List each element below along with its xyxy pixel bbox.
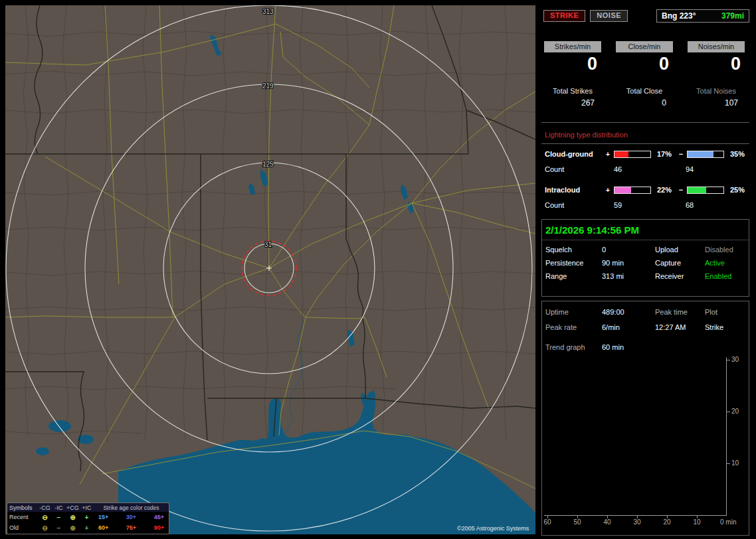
total-noises-value: 107 (688, 98, 745, 108)
count-label: Count (545, 165, 564, 173)
plot-value: Strike (705, 323, 749, 331)
strike-button[interactable]: STRIKE (543, 10, 585, 22)
legend-old-label: Old (7, 524, 38, 531)
uptime-label: Uptime (545, 308, 602, 316)
legend-symbols-header: Symbols (7, 504, 38, 511)
receiver-info-box: 2/1/2026 9:14:56 PM Squelch 0 Upload Dis… (541, 219, 749, 297)
minus-sign: − (676, 186, 686, 194)
capture-status: Active (705, 259, 749, 267)
pos-cg-old-icon: ⊕ (66, 524, 80, 532)
ic-plus-bar-fill (614, 187, 631, 193)
bearing-value: Bng 223° (662, 11, 696, 21)
strikes-per-min-label: Strikes/min (544, 41, 601, 52)
stats-row-trend: Trend graph 60 min (542, 341, 749, 353)
persistence-label: Persistence (545, 259, 602, 267)
persistence-value: 90 min (602, 259, 655, 267)
intracloud-row: Intracloud + 22% − 25% (545, 185, 749, 194)
x-tick-label: 20 (661, 518, 673, 526)
ic-minus-bar (687, 187, 724, 194)
plus-sign: + (603, 150, 613, 158)
cloud-ground-count-row: Count 46 94 (541, 165, 751, 174)
age-60: 60+ (98, 524, 108, 531)
minus-sign: − (676, 150, 686, 158)
trend-graph-value: 60 min (602, 343, 655, 351)
controls-row: STRIKE NOISE Bng 223° 379mi (543, 9, 749, 23)
y-tick (727, 360, 730, 360)
legend-col-pos-cg: +CG (66, 504, 80, 511)
settings-row-squelch: Squelch 0 Upload Disabled (542, 243, 749, 256)
legend-age-header: Strike age color codes (94, 504, 169, 511)
neg-cg-recent-icon: ⊖ (38, 514, 52, 521)
datetime-display: 2/1/2026 9:14:56 PM (542, 220, 749, 240)
x-tick-label: 40 (601, 518, 613, 526)
y-tick-label: 10 (731, 459, 746, 467)
ic-plus-count: 59 (614, 201, 622, 209)
total-close-label: Total Close (616, 87, 673, 95)
cg-minus-count: 94 (686, 165, 694, 173)
ic-plus-pct: 22% (652, 186, 676, 194)
y-tick (727, 412, 730, 412)
legend-recent-row: Recent ⊖ − ⊕ + 15+ 30+ 45+ (7, 512, 169, 522)
cloud-ground-label: Cloud-ground (545, 150, 603, 158)
settings-row-range: Range 313 mi Receiver Enabled (542, 270, 749, 283)
noises-per-min-label: Noises/min (688, 41, 745, 52)
cloud-ground-row: Cloud-ground + 17% − 35% (545, 149, 749, 159)
neg-ic-recent-icon: − (52, 514, 66, 521)
range-value: 313 mi (602, 272, 655, 280)
strikes-per-min-value: 0 (544, 54, 601, 74)
settings-row-persistence: Persistence 90 min Capture Active (542, 256, 749, 270)
intracloud-count-row: Count 59 68 (541, 201, 751, 210)
y-tick-label: 20 (731, 408, 746, 415)
trend-graph-label: Trend graph (545, 343, 602, 351)
y-tick (727, 463, 730, 464)
stats-row-1: Uptime 489:00 Peak time Plot (542, 306, 749, 318)
range-label: Range (545, 272, 602, 280)
stats-row-2: Peak rate 6/min 12:27 AM Strike (542, 321, 749, 333)
copyright-text: ©2005 Astrogenic Systems (457, 525, 529, 532)
legend-col-pos-ic: +IC (80, 504, 94, 511)
x-tick-label: 60 (541, 518, 553, 526)
divider (541, 122, 749, 123)
symbols-legend: Symbols -CG -IC +CG +IC Strike age color… (7, 502, 169, 534)
intracloud-label: Intracloud (545, 186, 603, 194)
peak-rate-value: 6/min (602, 323, 655, 331)
rate-labels-row: Strikes/min Close/min Noises/min (544, 41, 745, 52)
count-label: Count (545, 201, 564, 209)
range-ring-label: 219 (262, 82, 274, 90)
cg-minus-bar-fill (688, 151, 713, 157)
trend-y-axis (726, 357, 727, 516)
cg-plus-bar-fill (614, 151, 628, 157)
totals-labels-row: Total Strikes Total Close Total Noises (544, 87, 745, 95)
upload-status: Disabled (705, 246, 749, 254)
peak-rate-label: Peak rate (545, 323, 602, 331)
legend-col-neg-cg: -CG (38, 504, 52, 511)
squelch-label: Squelch (545, 246, 602, 254)
stats-trend-box: Uptime 489:00 Peak time Plot Peak rate 6… (541, 301, 749, 536)
plus-sign: + (603, 186, 613, 194)
close-per-min-label: Close/min (616, 41, 673, 52)
ic-minus-count: 68 (686, 201, 694, 209)
noise-button[interactable]: NOISE (590, 10, 628, 22)
totals-values-row: 267 0 107 (544, 98, 745, 108)
rate-values-row: 0 0 0 (544, 54, 745, 74)
map-canvas: 313 219 125 31 (5, 5, 535, 534)
total-strikes-label: Total Strikes (544, 87, 601, 95)
ic-minus-pct: 25% (725, 186, 749, 194)
settings-rows: Squelch 0 Upload Disabled Persistence 90… (542, 240, 749, 283)
bearing-readout: Bng 223° 379mi (656, 9, 749, 23)
lightning-map: 313 219 125 31 Symbols -CG -IC +CG +IC S… (5, 5, 535, 534)
legend-header-row: Symbols -CG -IC +CG +IC Strike age color… (7, 503, 169, 512)
x-tick-label: 30 (631, 518, 643, 526)
age-90: 90+ (154, 524, 164, 531)
upload-label: Upload (655, 246, 705, 254)
peak-time-value: 12:27 AM (655, 323, 705, 331)
pos-cg-recent-icon: ⊕ (66, 514, 80, 521)
bearing-range: 379mi (721, 11, 744, 21)
noises-per-min-value: 0 (688, 54, 745, 74)
total-close-value: 0 (616, 98, 673, 108)
cg-plus-pct: 17% (652, 150, 676, 158)
y-tick-label: 30 (731, 356, 746, 363)
legend-recent-label: Recent (7, 514, 38, 520)
receiver-status: Enabled (705, 272, 749, 280)
cg-minus-bar (687, 151, 724, 158)
